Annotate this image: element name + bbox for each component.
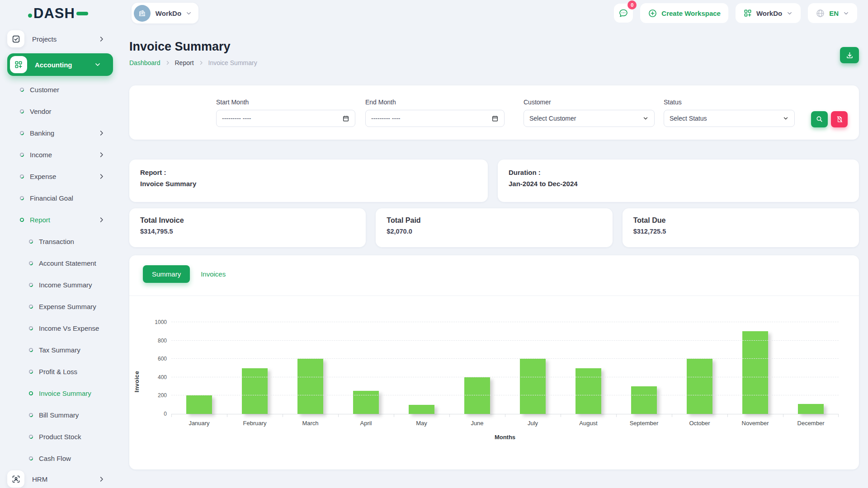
bar-september[interactable] [631, 386, 657, 414]
hrm-icon-box [7, 470, 24, 488]
x-tick-april: April [338, 414, 394, 427]
calendar-icon [491, 115, 499, 122]
sidebar-item-account-statement[interactable]: Account Statement [7, 252, 117, 274]
x-tick-october: October [672, 414, 727, 427]
report-label: Report : [140, 169, 477, 176]
workspace-switcher[interactable]: WorkDo [132, 3, 198, 23]
bullet-icon [28, 413, 33, 418]
grid-plus-icon [743, 9, 752, 18]
bar-slot [449, 322, 505, 414]
bullet-icon [28, 304, 33, 309]
bar-november[interactable] [742, 331, 769, 414]
x-tick-january: January [171, 414, 227, 427]
sidebar-item-financial-goal[interactable]: Financial Goal [7, 187, 117, 209]
totals-row: Total Invoice$314,795.5Total Paid$2,070.… [129, 208, 859, 247]
sidebar-item-projects[interactable]: Projects [7, 29, 117, 49]
x-tick-september: September [616, 414, 672, 427]
app-menu-button[interactable]: WorkDo [736, 3, 801, 23]
end-month-input[interactable]: --------- ---- [365, 110, 505, 127]
sidebar-item-bill-summary[interactable]: Bill Summary [7, 404, 117, 426]
chart-tabs: SummaryInvoices [143, 265, 859, 283]
person-focus-icon [11, 474, 21, 484]
sidebar-item-income-summary[interactable]: Income Summary [7, 274, 117, 296]
status-select[interactable]: Select Status [664, 110, 795, 127]
bullet-icon [19, 217, 24, 222]
app-logo[interactable]: DASH [28, 6, 88, 20]
file-slash-icon [836, 116, 843, 123]
sidebar-item-profit-loss[interactable]: Profit & Loss [7, 361, 117, 382]
chevron-right-icon [198, 60, 204, 66]
breadcrumb-current: Invoice Summary [208, 59, 257, 66]
sidebar-item-accounting[interactable]: Accounting [7, 53, 113, 76]
sidebar-item-invoice-summary[interactable]: Invoice Summary [7, 382, 117, 404]
language-selector[interactable]: EN [808, 3, 857, 23]
chart-card: SummaryInvoices Invoice 0200400600800100… [129, 255, 859, 469]
report-name-card: Report : Invoice Summary [129, 160, 488, 202]
sidebar-item-hrm[interactable]: HRM [7, 469, 117, 488]
messages-button[interactable]: 0 [614, 4, 633, 23]
logo-dash-icon [76, 12, 88, 15]
tab-summary[interactable]: Summary [143, 265, 190, 283]
download-report-button[interactable] [840, 47, 859, 63]
sidebar-item-vendor[interactable]: Vendor [7, 100, 117, 122]
bar-slot [672, 322, 727, 414]
bullet-icon [28, 261, 33, 266]
gridline [171, 358, 839, 359]
total-card-title: Total Due [633, 216, 848, 225]
x-tick-july: July [505, 414, 561, 427]
bullet-icon [19, 109, 24, 114]
sidebar-item-income[interactable]: Income [7, 144, 117, 165]
tab-invoices[interactable]: Invoices [201, 270, 226, 278]
bar-july[interactable] [520, 359, 546, 414]
bar-april[interactable] [353, 391, 379, 414]
sidebar: Projects Accounting CustomerVendorBankin… [0, 26, 117, 488]
sidebar-item-cash-flow[interactable]: Cash Flow [7, 447, 117, 469]
bar-march[interactable] [297, 359, 324, 414]
x-tick-march: March [283, 414, 338, 427]
create-workspace-button[interactable]: Create Workspace [640, 3, 728, 23]
breadcrumb-dashboard[interactable]: Dashboard [129, 59, 160, 66]
clear-filter-button[interactable] [831, 111, 848, 127]
sidebar-item-expense[interactable]: Expense [7, 165, 117, 187]
x-tick-december: December [783, 414, 839, 427]
customer-select[interactable]: Select Customer [524, 110, 655, 127]
status-label: Status [664, 99, 795, 106]
projects-icon-box [7, 30, 24, 47]
start-month-input[interactable]: --------- ---- [216, 110, 355, 127]
total-card-total-paid: Total Paid$2,070.0 [376, 208, 612, 247]
calendar-icon [342, 115, 349, 122]
checkbox-check-icon [11, 34, 21, 44]
start-month-value: --------- ---- [222, 115, 251, 122]
bar-may[interactable] [409, 405, 435, 414]
y-axis-title: Invoice [126, 322, 148, 441]
sidebar-item-expense-summary[interactable]: Expense Summary [7, 296, 117, 317]
sidebar-item-income-vs-expense[interactable]: Income Vs Expense [7, 317, 117, 339]
bar-october[interactable] [687, 359, 713, 414]
chevron-down-icon [783, 115, 789, 122]
total-card-value: $2,070.0 [387, 228, 601, 235]
end-month-label: End Month [365, 99, 505, 106]
app-menu-label: WorkDo [756, 9, 782, 17]
sidebar-item-report[interactable]: Report [7, 209, 117, 230]
y-tick-label: 800 [158, 338, 167, 344]
bar-february[interactable] [242, 368, 268, 414]
sidebar-item-customer[interactable]: Customer [7, 79, 117, 100]
sidebar-item-transaction[interactable]: Transaction [7, 230, 117, 252]
apply-filter-button[interactable] [811, 111, 828, 127]
workspace-avatar [134, 5, 151, 22]
bar-august[interactable] [576, 368, 602, 414]
create-workspace-label: Create Workspace [661, 9, 721, 17]
sidebar-item-banking[interactable]: Banking [7, 122, 117, 144]
sidebar-item-tax-summary[interactable]: Tax Summary [7, 339, 117, 361]
language-code: EN [829, 9, 839, 17]
bar-december[interactable] [798, 404, 824, 414]
bar-june[interactable] [464, 377, 491, 414]
bullet-icon [28, 326, 33, 331]
customer-label: Customer [524, 99, 655, 106]
chevron-right-icon [98, 151, 105, 158]
bar-january[interactable] [186, 395, 212, 414]
chevron-right-icon [165, 60, 170, 66]
bar-slot [227, 322, 283, 414]
sidebar-item-product-stock[interactable]: Product Stock [7, 426, 117, 447]
breadcrumb-report[interactable]: Report [175, 59, 194, 66]
